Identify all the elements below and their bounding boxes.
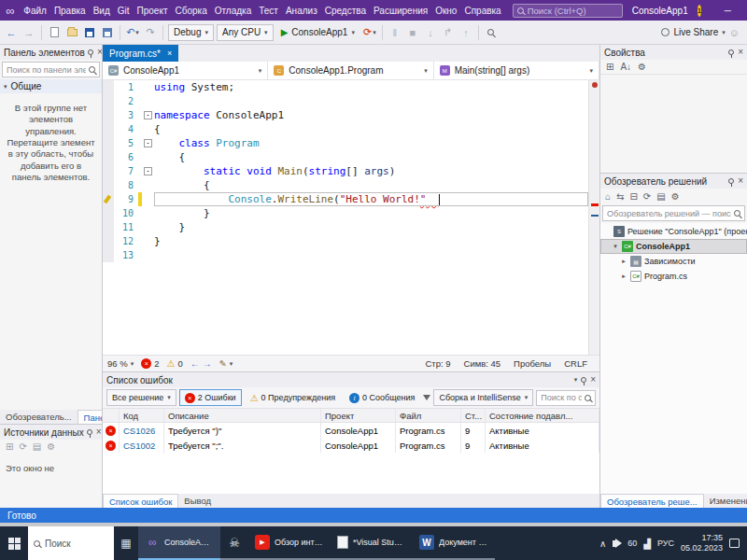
- tree-item-solution[interactable]: SРешение "ConsoleApp1" (проекты: 1 из 1): [600, 224, 747, 239]
- menu-item-Файл[interactable]: Файл: [20, 6, 50, 16]
- fold-collapse-icon[interactable]: -: [144, 139, 152, 147]
- suppression-column-header[interactable]: Состояние подавл...: [486, 409, 599, 422]
- tab-output[interactable]: Вывод: [178, 494, 217, 508]
- pin-icon[interactable]: [87, 429, 92, 435]
- close-tab-icon[interactable]: ×: [167, 49, 172, 58]
- taskbar-app-visual-studio[interactable]: ∞ConsoleApp1 - Mi...: [138, 526, 220, 560]
- error-row[interactable]: ×CS1002Требуется ";".ConsoleApp1Program.…: [103, 438, 599, 453]
- stop-debugging-icon[interactable]: ■: [405, 24, 420, 41]
- code-line-9[interactable]: 9 Console.WriteLine("Hello World!": [103, 192, 588, 206]
- battery-level[interactable]: 60: [627, 539, 637, 548]
- menu-item-Git[interactable]: Git: [114, 6, 134, 16]
- redo-icon[interactable]: ↷: [143, 24, 158, 41]
- menu-item-Окно[interactable]: Окно: [431, 6, 460, 16]
- start-debugging-button[interactable]: ▶ ConsoleApp1 ▾: [276, 24, 359, 41]
- previous-issue-icon[interactable]: ←: [190, 358, 200, 369]
- step-out-icon[interactable]: ↑: [458, 24, 473, 41]
- tab-error-list[interactable]: Список ошибок: [103, 494, 178, 508]
- taskbar-app-youtube[interactable]: ▶Обзор интегриров...: [248, 526, 331, 560]
- edit-mode-control[interactable]: ✎▾: [219, 358, 233, 369]
- menu-item-Средства[interactable]: Средства: [321, 6, 370, 16]
- close-icon[interactable]: ×: [96, 427, 102, 437]
- add-data-source-icon[interactable]: ⊞: [6, 441, 13, 452]
- code-line-5[interactable]: 5- class Program: [103, 136, 588, 150]
- action-center-icon[interactable]: [729, 539, 740, 548]
- code-text[interactable]: {: [154, 122, 588, 136]
- error-list-search[interactable]: [536, 390, 596, 406]
- undo-icon[interactable]: ↶▾: [125, 24, 140, 41]
- code-line-13[interactable]: 13: [103, 248, 588, 262]
- toolbox-search-input[interactable]: [7, 65, 86, 75]
- code-text[interactable]: }: [154, 220, 588, 234]
- solution-explorer-search[interactable]: [602, 205, 745, 221]
- quick-launch-search[interactable]: [513, 4, 623, 18]
- document-health-indicator[interactable]: [592, 82, 598, 88]
- pin-icon[interactable]: [728, 49, 734, 55]
- tab-program-cs[interactable]: Program.cs* ×: [103, 45, 178, 62]
- minimize-button[interactable]: ─: [714, 0, 740, 21]
- solution-configurations-dropdown[interactable]: Debug▾: [168, 24, 214, 41]
- step-over-icon[interactable]: ↱: [441, 24, 456, 41]
- error-code-cell[interactable]: CS1026: [120, 423, 164, 438]
- solution-search-input[interactable]: [607, 209, 731, 218]
- fold-collapse-icon[interactable]: -: [144, 111, 152, 119]
- code-text[interactable]: }: [154, 234, 588, 248]
- code-line-6[interactable]: 6 {: [103, 150, 588, 164]
- editor-vertical-scrollbar[interactable]: [588, 80, 599, 355]
- tree-item-csfile[interactable]: ▸C#Program.cs: [600, 269, 747, 284]
- start-button[interactable]: [0, 526, 28, 560]
- taskbar-search-input[interactable]: [45, 539, 108, 549]
- code-text[interactable]: static void Main(string[] args): [154, 164, 588, 178]
- switch-views-icon[interactable]: ⇆: [616, 191, 624, 202]
- member-dropdown[interactable]: M Main(string[] args) ▾: [434, 62, 599, 79]
- pin-icon[interactable]: [88, 49, 93, 55]
- tree-expander-icon[interactable]: ▸: [620, 273, 627, 280]
- type-dropdown[interactable]: C ConsoleApp1.Program ▾: [268, 62, 433, 79]
- code-line-11[interactable]: 11 }: [103, 220, 588, 234]
- taskbar-search[interactable]: [28, 526, 114, 560]
- configure-icon[interactable]: ▤: [33, 441, 41, 452]
- tree-item-csproj[interactable]: ▾C#ConsoleApp1: [600, 239, 747, 254]
- error-code-cell[interactable]: CS1002: [120, 438, 164, 453]
- refresh-icon[interactable]: ⟳: [643, 191, 651, 202]
- refresh-icon[interactable]: ⟳: [19, 441, 26, 452]
- scope-dropdown[interactable]: Все решение▾: [106, 389, 176, 406]
- code-line-8[interactable]: 8 {: [103, 178, 588, 192]
- spaces-indicator[interactable]: Пробелы: [514, 358, 551, 369]
- menu-item-Вид[interactable]: Вид: [90, 6, 114, 16]
- tree-item-dependencies[interactable]: ▸▤Зависимости: [600, 254, 747, 269]
- show-all-files-icon[interactable]: ▤: [656, 191, 665, 202]
- live-share-button[interactable]: Live Share ▾ ☺: [661, 27, 743, 38]
- project-column-header[interactable]: Проект: [321, 409, 396, 422]
- open-file-icon[interactable]: [64, 24, 79, 41]
- code-text[interactable]: using System;: [154, 80, 588, 94]
- filter-icon[interactable]: [423, 395, 430, 400]
- toolbox-search[interactable]: [2, 62, 100, 77]
- severity-column-header[interactable]: [103, 409, 120, 422]
- new-file-icon[interactable]: [47, 24, 62, 41]
- code-text[interactable]: Console.WriteLine("Hello World!": [154, 192, 588, 206]
- code-line-3[interactable]: 3-namespace ConsoleApp1: [103, 108, 588, 122]
- navigate-back-icon[interactable]: ←: [4, 24, 19, 41]
- menu-item-Сборка[interactable]: Сборка: [171, 6, 210, 16]
- settings-icon[interactable]: ⚙: [47, 441, 55, 452]
- close-icon[interactable]: ×: [97, 48, 102, 57]
- code-line-7[interactable]: 7- static void Main(string[] args): [103, 164, 588, 178]
- alphabetical-icon[interactable]: A↓: [620, 62, 631, 72]
- tab-server-explorer[interactable]: Обозреватель...: [0, 410, 78, 424]
- next-issue-icon[interactable]: →: [203, 358, 212, 369]
- taskbar-app-skull[interactable]: ☠: [220, 526, 248, 560]
- pin-icon[interactable]: [581, 377, 586, 383]
- language-indicator[interactable]: РУС: [657, 539, 674, 548]
- description-column-header[interactable]: Описание: [164, 409, 321, 422]
- property-pages-icon[interactable]: ⚙: [638, 62, 646, 72]
- pin-icon[interactable]: [728, 178, 734, 184]
- code-line-10[interactable]: 10 }: [103, 206, 588, 220]
- line-column-header[interactable]: Ст...: [461, 409, 486, 422]
- taskbar-app-notepad[interactable]: *Visual Studio.txt - ...: [331, 526, 413, 560]
- hot-reload-icon[interactable]: ⟳▾: [362, 24, 377, 41]
- code-text[interactable]: {: [154, 150, 588, 164]
- volume-icon[interactable]: [613, 540, 616, 547]
- find-in-files-icon[interactable]: [484, 24, 499, 41]
- maximize-button[interactable]: □: [740, 0, 747, 21]
